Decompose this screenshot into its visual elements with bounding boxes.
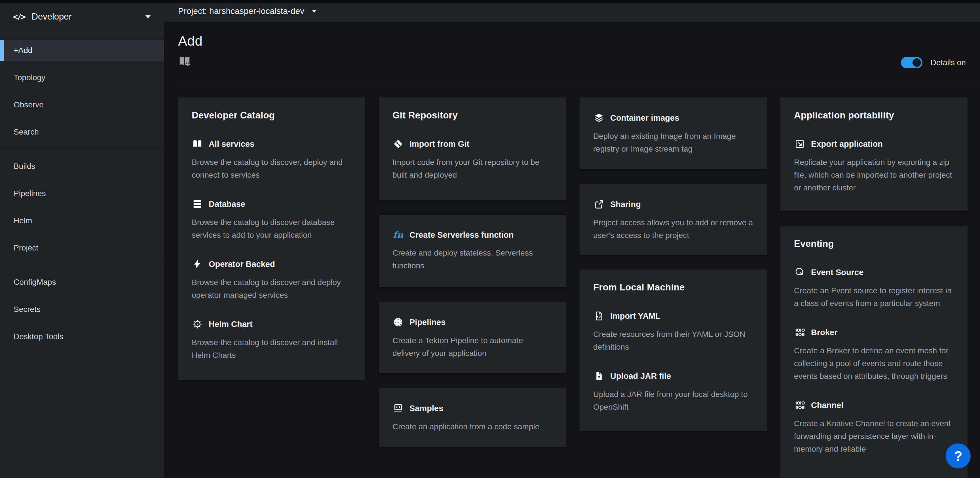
- sidebar-item-add[interactable]: +Add: [0, 40, 164, 61]
- chevron-down-icon: [145, 15, 151, 18]
- sidebar-item-configmaps[interactable]: ConfigMaps: [0, 272, 164, 293]
- page-title: Add: [178, 33, 966, 49]
- action-description: Create an Event source to register inter…: [794, 284, 954, 310]
- perspective-switcher[interactable]: </> Developer: [0, 0, 164, 34]
- action-description: Browse the catalog to discover, deploy a…: [192, 156, 352, 181]
- sidebar-item-label: Helm: [14, 216, 32, 225]
- card-git-repository: Git Repository Import: [379, 97, 566, 200]
- action-title: Upload JAR file: [610, 372, 671, 381]
- grid-column-4: Application portability Export applicati…: [780, 97, 967, 478]
- action-title: Import from Git: [409, 140, 469, 149]
- action-description: Import code from your Git repository to …: [393, 156, 552, 181]
- card-eventing: Eventing Event Source Create an Eve: [780, 226, 967, 478]
- code-icon: </>: [13, 12, 25, 22]
- action-title: Event Source: [811, 268, 864, 277]
- sidebar-item-project[interactable]: Project: [0, 237, 164, 259]
- action-export-application[interactable]: Export application Replicate your applic…: [794, 139, 954, 194]
- action-channel[interactable]: Channel Create a Knative Channel to crea…: [794, 400, 954, 455]
- action-title: Channel: [811, 401, 843, 410]
- action-sharing[interactable]: Sharing Project access allows you to add…: [593, 199, 753, 242]
- layers-icon: [593, 113, 605, 123]
- card-samples: Samples Create an application from a cod…: [379, 388, 566, 447]
- binary-icon: [794, 327, 805, 337]
- action-upload-jar-file[interactable]: Upload JAR file Upload a JAR file from y…: [593, 371, 753, 413]
- details-toggle[interactable]: [901, 57, 923, 68]
- project-selector-label: Project: harshcasper-localsta-dev: [178, 6, 304, 16]
- action-title: Container images: [610, 113, 679, 123]
- card-title: From Local Machine: [593, 282, 753, 293]
- action-pipelines[interactable]: Pipelines Create a Tekton Pipeline to au…: [393, 317, 552, 360]
- page-header: Add Details on: [164, 22, 980, 82]
- sidebar-item-label: Search: [14, 127, 39, 137]
- sidebar-item-label: Observe: [14, 100, 44, 110]
- grid-column-2: Git Repository Import: [379, 97, 566, 447]
- card-developer-catalog: Developer Catalog All services Bro: [178, 97, 365, 380]
- action-container-images[interactable]: Container images Deploy an existing Imag…: [593, 113, 753, 155]
- card-container-images: Container images Deploy an existing Imag…: [580, 97, 767, 169]
- card-from-local-machine: From Local Machine Import YAML: [580, 270, 767, 431]
- card-serverless-function: fn Create Serverless function Create and…: [379, 215, 566, 287]
- action-create-serverless-function[interactable]: fn Create Serverless function Create and…: [393, 230, 552, 272]
- action-title: Helm Chart: [209, 319, 253, 329]
- sidebar-item-topology[interactable]: Topology: [0, 67, 164, 88]
- export-icon: [794, 139, 805, 149]
- action-title: Export application: [811, 140, 883, 149]
- binary-icon: [794, 400, 805, 410]
- action-all-services[interactable]: All services Browse the catalog to disco…: [192, 139, 352, 181]
- action-samples[interactable]: Samples Create an application from a cod…: [393, 403, 552, 433]
- sidebar-divider: [0, 265, 164, 265]
- file-upload-icon: [593, 371, 605, 381]
- sidebar-nav: +Add Topology Observe Search Builds Pipe…: [0, 34, 164, 347]
- action-description: Replicate your application by exporting …: [794, 156, 954, 194]
- action-database[interactable]: Database Browse the catalog to discover …: [192, 199, 352, 241]
- database-icon: [192, 199, 203, 209]
- action-description: Create a Tekton Pipeline to automate del…: [393, 334, 552, 360]
- action-description: Create a Broker to define an event mesh …: [794, 344, 954, 383]
- action-description: Deploy an existing Image from an Image r…: [593, 130, 753, 155]
- fn-icon: fn: [393, 231, 404, 240]
- project-selector[interactable]: Project: harshcasper-localsta-dev: [164, 0, 980, 22]
- share-icon: [593, 199, 605, 210]
- sidebar-item-label: Topology: [14, 73, 45, 82]
- action-import-yaml[interactable]: Import YAML Create resources from their …: [593, 311, 753, 353]
- details-toggle-group: Details on: [901, 57, 966, 68]
- sidebar-item-pipelines[interactable]: Pipelines: [0, 183, 164, 204]
- bolt-icon: [192, 259, 203, 269]
- card-sharing: Sharing Project access allows you to add…: [580, 184, 767, 255]
- git-icon: [393, 139, 404, 149]
- action-event-source[interactable]: Event Source Create an Event source to r…: [794, 267, 954, 310]
- card-application-portability: Application portability Export applicati…: [780, 97, 967, 211]
- action-description: Browse the catalog to discover and insta…: [192, 336, 352, 362]
- sidebar-item-helm[interactable]: Helm: [0, 210, 164, 231]
- action-title: Sharing: [610, 200, 641, 209]
- action-title: Database: [209, 200, 245, 209]
- helm-icon: [192, 319, 203, 329]
- file-code-icon: [593, 311, 605, 321]
- sidebar-item-label: Secrets: [14, 305, 41, 314]
- action-description: Create and deploy stateless, Serverless …: [393, 246, 552, 272]
- action-helm-chart[interactable]: Helm Chart Browse the catalog to discove…: [192, 319, 352, 362]
- sidebar-item-builds[interactable]: Builds: [0, 156, 164, 177]
- card-title: Eventing: [794, 238, 954, 249]
- help-button[interactable]: ?: [946, 443, 970, 468]
- action-title: Create Serverless function: [409, 230, 514, 240]
- toggle-knob: [913, 58, 921, 67]
- sidebar-item-secrets[interactable]: Secrets: [0, 299, 164, 320]
- sidebar-item-search[interactable]: Search: [0, 122, 164, 143]
- add-page-grid: Developer Catalog All services Bro: [164, 82, 980, 478]
- action-description: Create an application from a code sample: [393, 420, 552, 433]
- action-title: All services: [209, 140, 255, 149]
- action-description: Create resources from their YAML or JSON…: [593, 328, 753, 353]
- sidebar-item-label: ConfigMaps: [14, 278, 56, 287]
- action-description: Project access allows you to add or remo…: [593, 216, 753, 242]
- sidebar-item-label: Desktop Tools: [14, 332, 63, 341]
- action-broker[interactable]: Broker Create a Broker to define an even…: [794, 327, 954, 383]
- action-operator-backed[interactable]: Operator Backed Browse the catalog to di…: [192, 259, 352, 302]
- sidebar-item-observe[interactable]: Observe: [0, 94, 164, 115]
- card-title: Application portability: [794, 110, 954, 121]
- action-title: Import YAML: [610, 311, 660, 321]
- quick-starts-button[interactable]: [178, 55, 191, 67]
- sidebar-item-label: Pipelines: [14, 189, 46, 198]
- sidebar-item-desktop-tools[interactable]: Desktop Tools: [0, 326, 164, 347]
- action-import-from-git[interactable]: Import from Git Import code from your Gi…: [393, 139, 552, 181]
